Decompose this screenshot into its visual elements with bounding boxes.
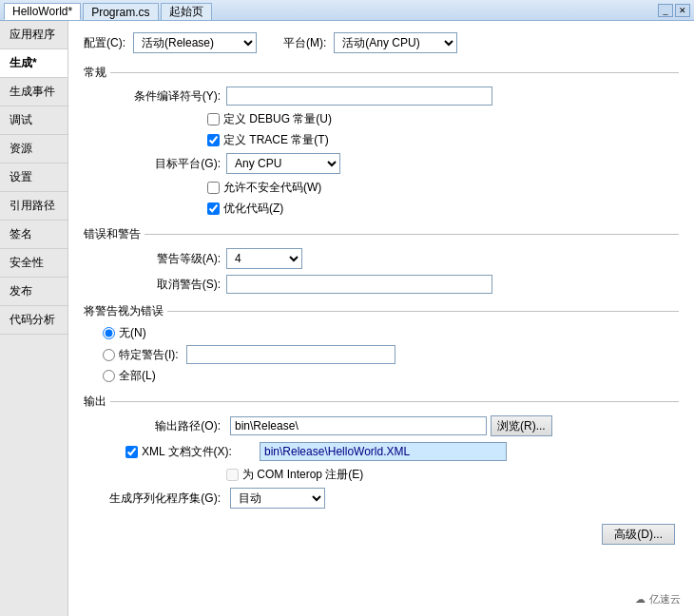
output-path-input[interactable] <box>230 416 487 435</box>
tab-helloworld[interactable]: HelloWorld* <box>4 3 81 20</box>
tab-bar: HelloWorld* Program.cs 起始页 <box>4 0 212 20</box>
suppress-warnings-input[interactable] <box>226 275 492 294</box>
warning-level-dropdown[interactable]: 4 <box>226 248 302 269</box>
sidebar-item-signing[interactable]: 签名 <box>0 221 67 249</box>
suppress-warnings-row: 取消警告(S): <box>103 275 679 294</box>
sidebar-item-ref-paths[interactable]: 引用路径 <box>0 192 67 221</box>
sidebar: 应用程序 生成* 生成事件 调试 资源 设置 引用路径 签名 安全性 发布 代码 <box>0 21 68 616</box>
define-debug-checkbox[interactable] <box>207 113 220 125</box>
sidebar-item-settings[interactable]: 设置 <box>0 164 67 192</box>
section-output: 输出 <box>84 394 679 410</box>
config-label: 配置(C): <box>84 35 125 51</box>
serialize-row: 生成序列化程序集(G): 目动 <box>103 488 679 509</box>
section-treat-warnings: 将警告视为错误 <box>84 303 679 319</box>
com-interop-row: 为 COM Interop 注册(E) <box>226 467 679 483</box>
xml-docs-checkbox[interactable] <box>125 446 138 458</box>
section-divider-errors <box>145 234 679 235</box>
main-layout: 应用程序 生成* 生成事件 调试 资源 设置 引用路径 签名 安全性 发布 代码 <box>0 21 694 616</box>
com-interop-checkbox[interactable] <box>226 469 239 481</box>
define-debug-label: 定义 DEBUG 常量(U) <box>223 111 332 127</box>
close-button[interactable]: ✕ <box>675 4 690 17</box>
define-trace-label: 定义 TRACE 常量(T) <box>223 132 329 148</box>
optimize-code-checkbox[interactable] <box>207 202 220 215</box>
warning-level-row: 警告等级(A): 4 <box>103 248 679 269</box>
watermark-text: 亿速云 <box>649 592 681 606</box>
output-path-label: 输出路径(O): <box>103 418 226 434</box>
define-debug-row: 定义 DEBUG 常量(U) <box>207 111 679 127</box>
platform-label: 平台(M): <box>283 35 326 51</box>
watermark: ☁ 亿速云 <box>629 590 686 608</box>
section-divider-treat <box>167 311 679 312</box>
config-dropdown[interactable]: 活动(Release) <box>133 32 257 53</box>
content-panel: 配置(C): 活动(Release) 平台(M): 活动(Any CPU) 常规… <box>68 21 694 616</box>
sidebar-item-build[interactable]: 生成* <box>0 49 67 78</box>
section-errors: 错误和警告 <box>84 226 679 242</box>
window-controls: _ ✕ <box>658 4 690 17</box>
conditional-symbols-label: 条件编译符号(Y): <box>103 88 226 105</box>
target-platform-label: 目标平台(G): <box>103 156 226 172</box>
allow-unsafe-label: 允许不安全代码(W) <box>223 180 321 196</box>
radio-specific-row: 特定警告(I): <box>103 345 679 364</box>
allow-unsafe-row: 允许不安全代码(W) <box>207 180 679 196</box>
sidebar-item-code-analysis[interactable]: 代码分析 <box>0 306 67 335</box>
radio-specific-input[interactable] <box>186 345 395 364</box>
radio-all-label: 全部(L) <box>119 368 156 384</box>
radio-all-row: 全部(L) <box>103 368 679 384</box>
xml-docs-input[interactable] <box>260 442 507 461</box>
sidebar-item-debug[interactable]: 调试 <box>0 106 67 135</box>
xml-docs-label: XML 文档文件(X): <box>142 444 256 460</box>
radio-none[interactable] <box>103 327 115 339</box>
watermark-icon: ☁ <box>635 593 646 606</box>
sidebar-item-build-events[interactable]: 生成事件 <box>0 78 67 106</box>
sidebar-item-resources[interactable]: 资源 <box>0 135 67 164</box>
com-interop-label: 为 COM Interop 注册(E) <box>242 467 363 483</box>
section-general: 常规 <box>84 65 679 81</box>
minimize-button[interactable]: _ <box>658 4 673 17</box>
platform-dropdown[interactable]: 活动(Any CPU) <box>334 32 457 53</box>
optimize-code-row: 优化代码(Z) <box>207 201 679 217</box>
tab-programcs[interactable]: Program.cs <box>83 3 158 20</box>
serialize-dropdown[interactable]: 目动 <box>230 488 325 509</box>
section-divider <box>110 72 679 73</box>
xml-docs-row: XML 文档文件(X): <box>103 442 679 461</box>
sidebar-item-publish[interactable]: 发布 <box>0 278 67 306</box>
target-platform-row: 目标平台(G): Any CPU <box>103 153 679 174</box>
define-trace-row: 定义 TRACE 常量(T) <box>207 132 679 148</box>
suppress-warnings-label: 取消警告(S): <box>103 277 226 293</box>
define-trace-checkbox[interactable] <box>207 134 220 146</box>
warning-level-label: 警告等级(A): <box>103 251 226 267</box>
radio-all[interactable] <box>103 370 115 382</box>
radio-none-row: 无(N) <box>103 325 679 341</box>
output-path-row: 输出路径(O): 浏览(R)... <box>103 415 679 436</box>
config-row: 配置(C): 活动(Release) 平台(M): 活动(Any CPU) <box>84 32 679 53</box>
serialize-label: 生成序列化程序集(G): <box>103 491 226 507</box>
title-bar: HelloWorld* Program.cs 起始页 _ ✕ <box>0 0 694 21</box>
radio-specific-label: 特定警告(I): <box>119 347 179 363</box>
advanced-button[interactable]: 高级(D)... <box>602 524 675 545</box>
conditional-symbols-input[interactable] <box>226 87 492 106</box>
optimize-code-label: 优化代码(Z) <box>223 201 283 217</box>
allow-unsafe-checkbox[interactable] <box>207 182 220 194</box>
browse-button[interactable]: 浏览(R)... <box>491 415 552 436</box>
radio-specific[interactable] <box>103 349 115 361</box>
conditional-symbols-row: 条件编译符号(Y): <box>103 87 679 106</box>
sidebar-item-app[interactable]: 应用程序 <box>0 21 67 49</box>
advanced-btn-container: 高级(D)... <box>84 524 675 545</box>
section-divider-output <box>110 401 679 402</box>
sidebar-item-security[interactable]: 安全性 <box>0 249 67 278</box>
target-platform-dropdown[interactable]: Any CPU <box>226 153 340 174</box>
radio-none-label: 无(N) <box>119 325 146 341</box>
tab-startpage[interactable]: 起始页 <box>161 3 212 20</box>
